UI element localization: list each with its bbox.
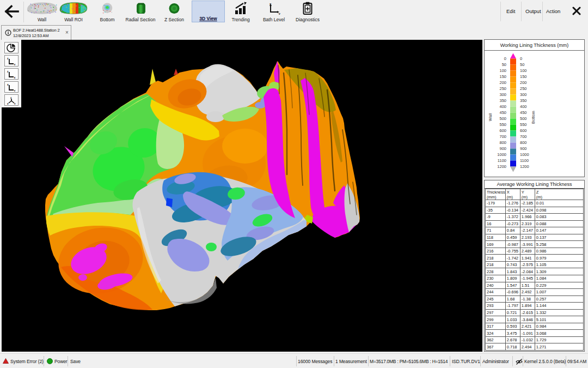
svg-text:z: z bbox=[7, 57, 9, 60]
svg-text:y: y bbox=[279, 12, 281, 15]
svg-text:x: x bbox=[7, 102, 9, 105]
svg-text:z: z bbox=[7, 70, 9, 73]
svg-text:x: x bbox=[7, 83, 9, 86]
svg-text:z: z bbox=[10, 96, 12, 99]
svg-text:y: y bbox=[14, 102, 16, 105]
svg-text:x: x bbox=[14, 76, 16, 79]
svg-text:y: y bbox=[14, 89, 16, 92]
svg-text:y: y bbox=[14, 63, 16, 65]
